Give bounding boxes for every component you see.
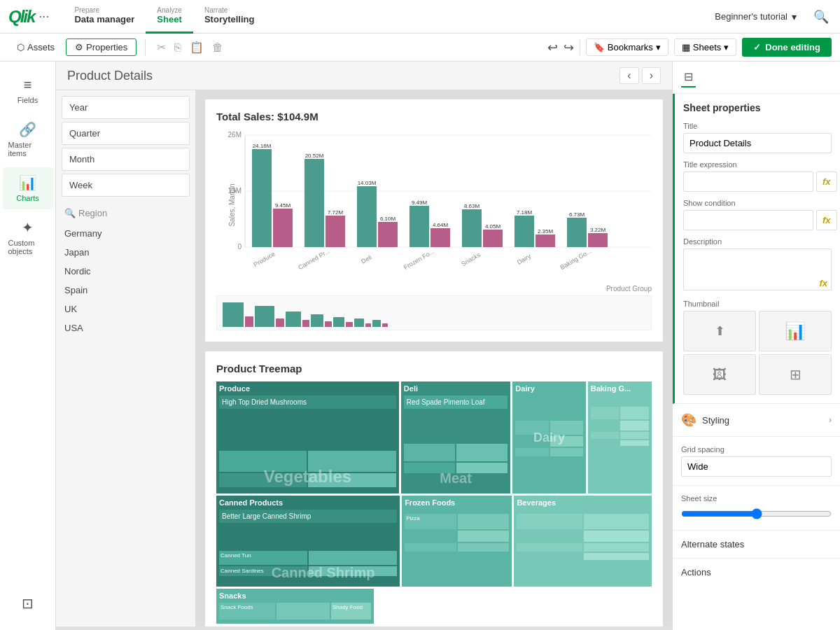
nav-analyze[interactable]: Analyze Sheet	[146, 0, 193, 34]
bar-baking-teal[interactable]	[567, 218, 587, 247]
svg-text:Canned Pr...: Canned Pr...	[297, 248, 330, 272]
bar-produce-teal[interactable]	[252, 149, 272, 247]
thumbnail-grid-btn[interactable]: ⊞	[759, 354, 832, 395]
sidebar-item-master-items[interactable]: 🔗 Master items	[3, 114, 53, 164]
title-input[interactable]	[683, 133, 832, 153]
delete-button[interactable]: 🗑	[209, 38, 226, 57]
region-usa[interactable]: USA	[62, 318, 190, 337]
treemap-bev-sub-5	[517, 543, 582, 552]
sheet-size-slider[interactable]	[681, 508, 832, 519]
more-options-icon[interactable]: ···	[38, 9, 49, 24]
treemap-deli[interactable]: Deli Red Spade Pimento Loaf Meat	[401, 382, 511, 493]
bar-baking-pink[interactable]	[588, 233, 608, 247]
filter-week[interactable]: Week	[62, 174, 190, 197]
assets-button[interactable]: ⬡ Assets	[8, 39, 63, 55]
treemap-baking[interactable]: Baking G...	[588, 382, 652, 493]
actions-label: Actions	[681, 567, 711, 578]
bar-produce-pink[interactable]	[273, 209, 293, 247]
bar-snacks-pink[interactable]	[483, 230, 503, 247]
treemap-frozen-sub-1: Pizza	[405, 514, 456, 529]
mini-bar-8	[325, 321, 332, 327]
description-fx-btn[interactable]: fx	[819, 278, 827, 288]
bar-snacks-teal[interactable]	[462, 209, 482, 247]
bar-frozen-teal[interactable]	[410, 206, 429, 247]
sheets-chevron: ▾	[724, 42, 729, 52]
cut-button[interactable]: ✂	[154, 38, 169, 57]
sidebar-item-embed[interactable]: ⊡	[3, 588, 53, 619]
sheet-next-button[interactable]: ›	[642, 67, 661, 84]
thumbnail-media-btn[interactable]: 🖼	[683, 354, 756, 395]
panel-sheet-icon-btn[interactable]: ⊟	[681, 67, 696, 88]
treemap-canned[interactable]: Canned Products Better Large Canned Shri…	[216, 496, 400, 587]
treemap-baking-sub-4	[620, 421, 649, 430]
svg-text:Deli: Deli	[360, 253, 372, 265]
treemap-beverages[interactable]: Beverages	[514, 496, 652, 587]
region-germany[interactable]: Germany	[62, 224, 190, 243]
bar-canned-pink[interactable]	[326, 216, 345, 247]
custom-objects-label: Custom objects	[8, 239, 48, 255]
treemap-bev-sub-4	[584, 531, 649, 542]
redo-button[interactable]: ↪	[564, 40, 574, 55]
master-items-label: Master items	[8, 141, 48, 158]
nav-prepare-main: Data manager	[74, 14, 134, 24]
treemap-dairy-label: Dairy	[515, 384, 582, 393]
treemap-vegetables-label: Vegetables	[264, 467, 351, 486]
sheets-button[interactable]: ▦ Sheets ▾	[674, 38, 736, 56]
mini-bar-2	[245, 316, 253, 327]
region-nordic[interactable]: Nordic	[62, 262, 190, 281]
properties-button[interactable]: ⚙ Properties	[66, 38, 136, 56]
bar-deli-pink[interactable]	[378, 222, 398, 247]
sidebar-item-charts[interactable]: 📊 Charts	[3, 167, 53, 209]
paste-button[interactable]: 📋	[187, 38, 206, 57]
show-condition-input[interactable]	[683, 210, 813, 230]
svg-text:3.22M: 3.22M	[590, 227, 606, 233]
filter-year[interactable]: Year	[62, 96, 190, 119]
styling-section-row[interactable]: 🎨 Styling ›	[673, 404, 840, 437]
treemap-deli-sub-1	[404, 444, 455, 461]
svg-text:6.73M: 6.73M	[569, 211, 585, 218]
sheet-properties-section: Sheet properties Title Title expression …	[673, 94, 840, 404]
bar-frozen-pink[interactable]	[430, 228, 450, 247]
region-uk[interactable]: UK	[62, 300, 190, 318]
title-expression-row: fx	[683, 172, 832, 192]
bar-dairy-pink[interactable]	[536, 234, 555, 247]
search-icon[interactable]: 🔍	[811, 6, 832, 27]
beginner-tutorial-dropdown[interactable]: Beginner's tutorial ▾	[715, 11, 797, 22]
bar-dairy-teal[interactable]	[514, 216, 534, 247]
charts-area: Total Sales: $104.9M Sales, Margin 26M	[196, 90, 672, 626]
copy-button[interactable]: ⎘	[172, 38, 184, 57]
sheets-label: Sheets	[693, 42, 721, 52]
region-japan[interactable]: Japan	[62, 243, 190, 262]
thumbnail-upload-btn[interactable]: ⬆	[683, 311, 756, 351]
sidebar-item-fields[interactable]: ≡ Fields	[3, 70, 53, 111]
treemap-produce[interactable]: Produce High Top Dried Mushrooms Vegetab…	[216, 382, 399, 493]
bookmarks-button[interactable]: 🔖 Bookmarks ▾	[586, 38, 668, 56]
description-textarea[interactable]	[683, 248, 832, 290]
sheet-prev-button[interactable]: ‹	[620, 67, 638, 84]
bar-deli-teal[interactable]	[357, 186, 377, 247]
svg-text:9.49M: 9.49M	[412, 200, 428, 206]
show-condition-fx-btn[interactable]: fx	[816, 210, 837, 230]
treemap-snacks[interactable]: Snacks Snack Foods Shady Food	[216, 589, 374, 624]
filter-month[interactable]: Month	[62, 148, 190, 171]
undo-button[interactable]: ↩	[547, 40, 558, 55]
nav-prepare[interactable]: Prepare Data manager	[63, 0, 146, 34]
treemap-snacks-subcells: Snack Foods Shady Food	[219, 603, 371, 620]
treemap-dairy[interactable]: Dairy Dairy	[512, 382, 585, 493]
sidebar-item-custom-objects[interactable]: ✦ Custom objects	[3, 212, 53, 262]
done-editing-button[interactable]: ✓ Done editing	[742, 38, 832, 57]
bar-canned-teal[interactable]	[304, 159, 324, 247]
nav-analyze-small: Analyze	[157, 6, 182, 14]
filter-quarter[interactable]: Quarter	[62, 122, 190, 145]
actions-section: Actions	[673, 559, 840, 586]
title-expression-input[interactable]	[683, 172, 813, 192]
grid-spacing-select[interactable]: Narrow Medium Wide	[681, 456, 832, 477]
treemap-frozen[interactable]: Frozen Foods Pizza	[402, 496, 512, 587]
mini-bar-5	[286, 312, 301, 327]
region-label: Region	[78, 208, 107, 218]
title-expression-fx-btn[interactable]: fx	[816, 172, 837, 192]
nav-narrate[interactable]: Narrate Storytelling	[193, 0, 266, 34]
thumbnail-chart-btn[interactable]: 📊	[759, 311, 832, 351]
region-spain[interactable]: Spain	[62, 281, 190, 300]
svg-text:9.45M: 9.45M	[275, 202, 291, 209]
